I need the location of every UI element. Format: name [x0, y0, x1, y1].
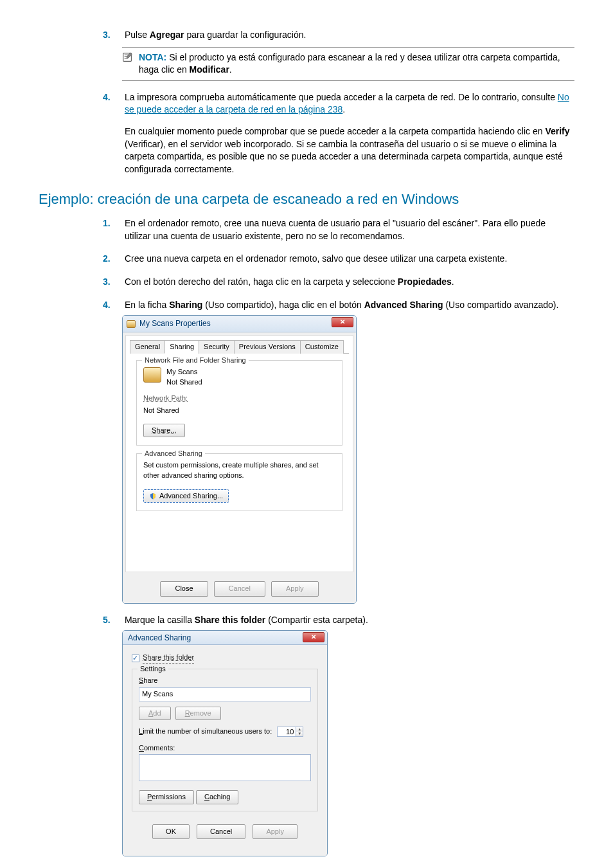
main-content: 3. Pulse Agregar para guardar la configu…: [103, 29, 574, 176]
step-s3: 3. Con el botón derecho del ratón, haga …: [103, 276, 574, 289]
close-button[interactable]: ✕: [332, 317, 353, 327]
permissions-button[interactable]: Permissions: [139, 790, 194, 804]
bold-agregar: Agregar: [150, 30, 184, 40]
dialog-body: General Sharing Security Previous Versio…: [125, 335, 353, 573]
folder-name: My Scans: [166, 367, 202, 377]
step-s1: 1. En el ordenador remoto, cree una nuev…: [103, 217, 574, 242]
fieldset-network-sharing: Network File and Folder Sharing My Scans…: [136, 360, 342, 446]
comments-input[interactable]: [139, 754, 311, 781]
text: (Uso compartido), haga clic en el botón: [202, 300, 364, 310]
share-checkbox-row: Share this folder: [132, 653, 318, 663]
text: .: [342, 104, 345, 114]
step-num: 4.: [103, 91, 122, 104]
folder-info-text: My Scans Not Shared: [166, 367, 202, 387]
tab-customize[interactable]: Customize: [300, 340, 344, 354]
share-name-label: Share: [139, 676, 311, 685]
bold-verify: Verify: [545, 126, 569, 136]
tab-security[interactable]: Security: [199, 340, 235, 354]
tab-sharing[interactable]: Sharing: [164, 340, 199, 354]
comments-label: Comments:: [139, 743, 311, 753]
tab-previous-versions[interactable]: Previous Versions: [234, 340, 301, 354]
text: La impresora comprueba automáticamente q…: [125, 92, 558, 102]
dialog-body: Share this folder Settings Share My Scan…: [123, 645, 327, 856]
step-body: Cree una nueva carpeta en el ordenador r…: [125, 253, 571, 266]
tabs: General Sharing Security Previous Versio…: [130, 339, 349, 354]
step-s5: 5. Marque la casilla Share this folder (…: [103, 614, 574, 856]
folder-icon: [143, 367, 161, 383]
note-icon: [122, 51, 134, 63]
tab-content: Network File and Folder Sharing My Scans…: [130, 354, 349, 568]
section-content: 1. En el ordenador remoto, cree una nuev…: [103, 217, 574, 856]
text: (Uso compartido avanzado).: [443, 300, 559, 310]
perm-cache-row: Permissions Caching: [139, 790, 311, 804]
spinner-arrows[interactable]: ▲▼: [296, 727, 303, 736]
text: para guardar la configuración.: [184, 30, 306, 40]
apply-button[interactable]: Apply: [271, 581, 319, 596]
dialog-titlebar: Advanced Sharing ✕: [123, 631, 327, 645]
text: .: [452, 276, 454, 287]
folder-icon: [127, 320, 136, 328]
share-checkbox[interactable]: [132, 655, 139, 662]
steps-first: 3. Pulse Agregar para guardar la configu…: [103, 29, 574, 176]
close-button[interactable]: Close: [160, 581, 208, 596]
step-3: 3. Pulse Agregar para guardar la configu…: [103, 29, 574, 81]
step-body: Marque la casilla Share this folder (Com…: [125, 614, 571, 627]
limit-input[interactable]: [278, 727, 296, 736]
step-body: En el ordenador remoto, cree una nueva c…: [125, 217, 571, 242]
dialog-title: My Scans Properties: [139, 318, 211, 329]
text: (Verificar), en el servidor web incorpor…: [125, 139, 563, 174]
share-checkbox-label: Share this folder: [143, 653, 194, 663]
step-num: 4.: [103, 299, 122, 312]
remove-button[interactable]: Remove: [175, 707, 221, 720]
network-path-label: Network Path:: [143, 393, 335, 403]
step-num: 2.: [103, 253, 122, 266]
limit-spinner[interactable]: ▲▼: [277, 727, 303, 737]
cancel-button[interactable]: Cancel: [214, 581, 265, 596]
note-label: NOTA:: [139, 52, 166, 62]
step-4: 4. La impresora comprueba automáticament…: [103, 91, 574, 176]
caching-button[interactable]: Caching: [196, 790, 238, 804]
ok-button[interactable]: OK: [152, 824, 190, 839]
text: Pulse: [125, 30, 150, 40]
step-s4: 4. En la ficha Sharing (Uso compartido),…: [103, 299, 574, 604]
limit-row: Limit the number of simultaneous users t…: [139, 727, 311, 737]
fieldset-legend: Advanced Sharing: [142, 449, 205, 458]
limit-label: Limit the number of simultaneous users t…: [139, 727, 272, 736]
note-box: NOTA: Si el producto ya está configurado…: [122, 47, 574, 81]
bold-share-folder: Share this folder: [195, 615, 265, 625]
fieldset-legend: Network File and Folder Sharing: [142, 356, 249, 365]
share-name-input[interactable]: My Scans: [139, 687, 311, 701]
dialog-footer: OK Cancel Apply: [132, 818, 318, 848]
share-button[interactable]: Share...: [143, 424, 185, 437]
fieldset-advanced-sharing: Advanced Sharing Set custom permissions,…: [136, 453, 342, 511]
dialog-titlebar: My Scans Properties ✕: [123, 316, 356, 332]
step-body: Con el botón derecho del ratón, haga cli…: [125, 276, 571, 289]
step-s2: 2. Cree una nueva carpeta en el ordenado…: [103, 253, 574, 266]
folder-info-row: My Scans Not Shared: [143, 367, 335, 387]
text: En cualquier momento puede comprobar que…: [125, 126, 546, 136]
bold-propiedades: Propiedades: [398, 276, 452, 287]
text: (Compartir esta carpeta).: [265, 615, 368, 625]
step-body: En la ficha Sharing (Uso compartido), ha…: [125, 299, 571, 312]
close-button[interactable]: ✕: [303, 632, 324, 642]
text: Marque la casilla: [125, 615, 195, 625]
shield-icon: [149, 493, 157, 500]
add-button[interactable]: Add: [139, 707, 171, 720]
text: .: [229, 64, 232, 75]
network-path-value: Not Shared: [143, 406, 335, 415]
step-body: La impresora comprueba automáticamente q…: [125, 91, 571, 176]
note-text: NOTA: Si el producto ya está configurado…: [139, 51, 574, 77]
add-remove-row: Add Remove: [139, 707, 311, 720]
step4-para2: En cualquier momento puede comprobar que…: [125, 125, 571, 176]
steps-second: 1. En el ordenador remoto, cree una nuev…: [103, 217, 574, 856]
advanced-sharing-button[interactable]: Advanced Sharing...: [143, 489, 229, 503]
tab-general[interactable]: General: [130, 340, 165, 354]
apply-button[interactable]: Apply: [253, 824, 298, 839]
adv-sharing-desc: Set custom permissions, create multiple …: [143, 460, 335, 480]
step-body: Pulse Agregar para guardar la configurac…: [125, 29, 571, 42]
bold-modificar: Modificar: [190, 64, 229, 75]
cancel-button[interactable]: Cancel: [197, 824, 245, 839]
step-num: 1.: [103, 217, 122, 230]
dialog-title: Advanced Sharing: [128, 633, 191, 644]
folder-shared-status: Not Shared: [166, 377, 202, 387]
